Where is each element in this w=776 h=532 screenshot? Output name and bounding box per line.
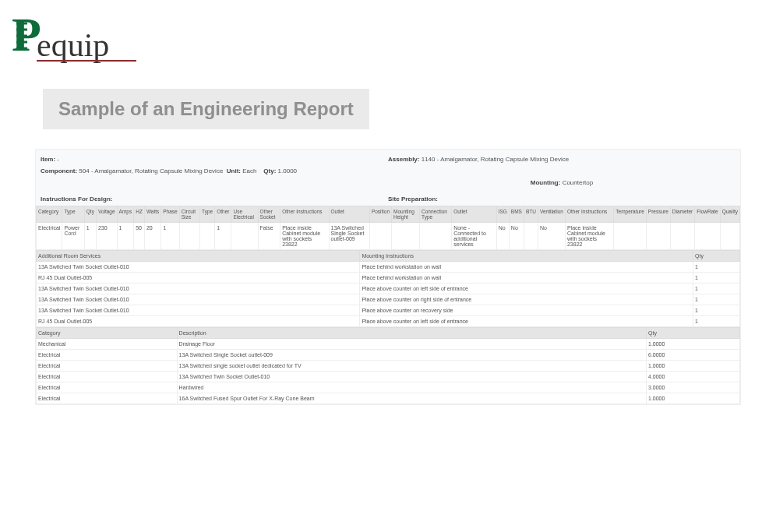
- table-row: Electrical16A Switched Fused Spur Outlet…: [37, 393, 740, 404]
- cat-hdr-qty: Qty: [647, 328, 740, 339]
- room-cell: 13A Switched Twin Socket Outlet-010: [37, 305, 360, 316]
- room-cell: 1: [693, 262, 740, 273]
- main-col-header: Ventilation: [538, 206, 565, 223]
- room-hdr-right: Qty: [693, 251, 740, 262]
- room-services-table: Additional Room Services Mounting Instru…: [36, 250, 740, 327]
- main-cell: No: [538, 223, 565, 250]
- main-col-header: Quality: [720, 206, 739, 223]
- mounting-value: Countertop: [563, 179, 594, 186]
- site-prep-label: Site Preparation:: [388, 196, 735, 203]
- main-cell: [179, 223, 199, 250]
- main-col-header: Other Instructions: [280, 206, 329, 223]
- component-label: Component:: [41, 167, 77, 174]
- main-cell: Power Cord: [62, 223, 84, 250]
- room-cell: RJ 45 Dual Outlet-005: [37, 273, 360, 284]
- logo-text: equip: [37, 27, 109, 63]
- room-cell: Place above counter on recovery side: [360, 305, 693, 316]
- table-row: RJ 45 Dual Outlet-005Place above counter…: [37, 316, 740, 327]
- cat-cell: 1.0000: [647, 393, 740, 404]
- cat-cell: 13A Switched Single Socket outlet-009: [177, 350, 646, 361]
- qty-value: 1.0000: [278, 167, 297, 174]
- main-cell: 13A Switched Single Socket outlet-009: [329, 223, 369, 250]
- page-title-bar: Sample of an Engineering Report: [43, 89, 369, 129]
- room-cell: 13A Switched Twin Socket Outlet-010: [37, 262, 360, 273]
- main-cell: [369, 223, 391, 250]
- unit-value: Each: [242, 167, 256, 174]
- main-col-header: Voltage: [96, 206, 117, 223]
- main-col-header: Type: [200, 206, 215, 223]
- table-row: 13A Switched Twin Socket Outlet-010Place…: [37, 284, 740, 294]
- item-value: -: [57, 156, 59, 163]
- table-row: 13A Switched Twin Socket Outlet-010Place…: [37, 262, 740, 273]
- component-value: 504 - Amalgamator, Rotating Capsule Mixi…: [79, 167, 223, 174]
- main-col-header: Diameter: [670, 206, 694, 223]
- room-cell: 1: [693, 284, 740, 294]
- cat-cell: Electrical: [37, 382, 178, 393]
- cat-cell: 6.0000: [647, 350, 740, 361]
- main-col-header: Other: [215, 206, 231, 223]
- cat-cell: 13A Switched Twin Socket Outlet-010: [177, 372, 646, 382]
- main-cell: None - Connected to additional services: [452, 223, 496, 250]
- main-col-header: Mounting Height: [392, 206, 420, 223]
- main-cell: 1: [117, 223, 134, 250]
- main-cell: [524, 223, 538, 250]
- main-cell: 1: [84, 223, 96, 250]
- main-col-header: HZ: [134, 206, 145, 223]
- main-col-header: Position: [369, 206, 391, 223]
- main-cell: [420, 223, 452, 250]
- unit-label: Unit:: [227, 167, 241, 174]
- main-col-header: Outlet: [329, 206, 369, 223]
- page-title: Sample of an Engineering Report: [58, 98, 354, 120]
- cat-cell: Hardwired: [177, 382, 646, 393]
- main-col-header: Category: [37, 206, 62, 223]
- cat-cell: 3.0000: [647, 382, 740, 393]
- main-cell: Place inside Cabinet module with sockets…: [565, 223, 613, 250]
- room-hdr-left: Additional Room Services: [37, 251, 360, 262]
- table-row: 13A Switched Twin Socket Outlet-010Place…: [37, 305, 740, 316]
- cat-cell: Electrical: [37, 393, 178, 404]
- table-row: ElectricalHardwired3.0000: [37, 382, 740, 393]
- main-col-header: Pressure: [646, 206, 670, 223]
- main-cell: [720, 223, 739, 250]
- room-cell: 1: [693, 273, 740, 284]
- main-cell: [231, 223, 258, 250]
- main-cell: [670, 223, 694, 250]
- category-table: Category Description Qty MechanicalDrain…: [36, 327, 740, 404]
- main-col-header: Phase: [161, 206, 179, 223]
- main-col-header: Temperature: [614, 206, 647, 223]
- main-cell: [200, 223, 215, 250]
- main-col-header: Amps: [117, 206, 134, 223]
- cat-cell: Electrical: [37, 361, 178, 372]
- cat-cell: Drainage Floor: [177, 339, 646, 350]
- main-cell: Electrical: [37, 223, 62, 250]
- table-row: 13A Switched Twin Socket Outlet-010Place…: [37, 294, 740, 305]
- room-cell: RJ 45 Dual Outlet-005: [37, 316, 360, 327]
- cat-cell: Electrical: [37, 350, 178, 361]
- main-cell: 230: [96, 223, 117, 250]
- main-col-header: Watts: [144, 206, 160, 223]
- item-label: Item:: [41, 156, 55, 163]
- cat-cell: 4.0000: [647, 372, 740, 382]
- assembly-value: 1140 - Amalgamator, Rotating Capsule Mix…: [422, 156, 569, 163]
- room-cell: 1: [693, 305, 740, 316]
- table-row: MechanicalDrainage Floor1.0000: [37, 339, 740, 350]
- room-cell: Place above counter on right side of ent…: [360, 294, 693, 305]
- instructions-design-label: Instructions For Design:: [41, 196, 388, 203]
- main-col-header: BTU: [524, 206, 538, 223]
- table-row: Electrical13A Switched single socket out…: [37, 361, 740, 372]
- main-table: CategoryTypeQtyVoltageAmpsHZWattsPhaseCi…: [36, 206, 740, 250]
- main-col-header: Use Electrical: [231, 206, 258, 223]
- cat-cell: Electrical: [37, 372, 178, 382]
- main-cell: 1: [215, 223, 231, 250]
- cat-hdr-cat: Category: [37, 328, 178, 339]
- room-hdr-mid: Mounting Instructions: [360, 251, 693, 262]
- main-col-header: Qty: [84, 206, 96, 223]
- mounting-label: Mounting:: [531, 179, 561, 186]
- main-col-header: ISG: [496, 206, 509, 223]
- logo: P equip: [12, 8, 776, 73]
- main-col-header: Outlet: [452, 206, 496, 223]
- table-row: Electrical13A Switched Twin Socket Outle…: [37, 372, 740, 382]
- main-cell: [695, 223, 720, 250]
- report-panel: Item: - Assembly: 1140 - Amalgamator, Ro…: [35, 149, 741, 405]
- main-col-header: Other Socket: [258, 206, 280, 223]
